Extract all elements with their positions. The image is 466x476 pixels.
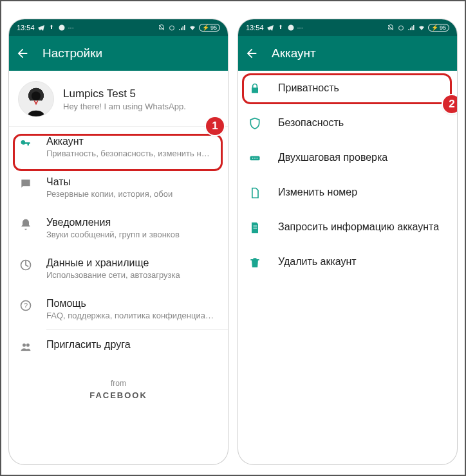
- mute-icon: [387, 24, 395, 32]
- item-label: Помощь: [46, 298, 214, 309]
- lock-icon: [248, 82, 261, 95]
- item-label: Безопасность: [278, 117, 344, 128]
- settings-screen: 13:54 ··· ⚡95 Настройки Lumpics Test 5 H…: [9, 19, 228, 464]
- item-label: Данные и хранилище: [46, 257, 180, 269]
- item-sub: FAQ, поддержка, политика конфиденциальн…: [46, 311, 214, 320]
- svg-text:?: ?: [24, 302, 28, 309]
- svg-point-2: [32, 91, 41, 100]
- upload-icon: [48, 24, 55, 32]
- trash-icon: [248, 256, 261, 269]
- mute-icon: [158, 24, 165, 32]
- page-title: Аккаунт: [272, 46, 316, 60]
- svg-point-9: [288, 25, 294, 31]
- chat-icon: [287, 24, 295, 32]
- footer-from: from: [9, 379, 228, 388]
- battery-indicator: ⚡95: [199, 24, 220, 32]
- settings-item-help[interactable]: ? Помощь FAQ, поддержка, политика конфид…: [9, 289, 228, 329]
- sim-icon: [248, 187, 261, 199]
- account-item-two-step[interactable]: Двухшаговая проверка: [238, 140, 457, 175]
- bell-icon: [19, 218, 32, 231]
- account-screen: 13:54 ··· ⚡95 Аккаунт Приватность Безопа…: [238, 19, 457, 464]
- svg-point-14: [257, 158, 258, 159]
- help-icon: ?: [19, 299, 32, 312]
- item-sub: Звуки сообщений, групп и звонков: [46, 230, 180, 239]
- svg-rect-16: [254, 228, 257, 228]
- pin-icon: [248, 152, 261, 165]
- status-bar: 13:54 ··· ⚡95: [238, 19, 457, 36]
- people-icon: [19, 340, 32, 353]
- status-time: 13:54: [17, 24, 35, 32]
- status-more: ···: [68, 24, 74, 32]
- svg-point-0: [59, 25, 64, 31]
- alarm-icon: [397, 24, 405, 32]
- account-item-privacy[interactable]: Приватность: [238, 71, 457, 105]
- app-bar: Аккаунт: [238, 36, 457, 71]
- status-time: 13:54: [246, 24, 264, 32]
- settings-item-invite[interactable]: Пригласить друга: [9, 330, 228, 362]
- settings-item-account[interactable]: Аккаунт Приватность, безопасность, измен…: [9, 127, 228, 167]
- item-sub: Использование сети, автозагрузка: [46, 270, 180, 280]
- item-label: Приватность: [278, 82, 339, 93]
- key-icon: [19, 137, 32, 150]
- svg-point-12: [252, 158, 254, 159]
- item-sub: Резервные копии, история, обои: [46, 189, 172, 199]
- svg-point-13: [254, 158, 256, 159]
- item-label: Пригласить друга: [46, 339, 131, 351]
- status-more: ···: [297, 24, 303, 32]
- footer: from FACEBOOK: [9, 362, 228, 407]
- item-label: Двухшаговая проверка: [278, 152, 387, 163]
- item-label: Уведомления: [46, 217, 180, 228]
- page-title: Настройки: [42, 46, 102, 60]
- settings-item-chats[interactable]: Чаты Резервные копии, история, обои: [9, 167, 228, 208]
- settings-item-notifications[interactable]: Уведомления Звуки сообщений, групп и зво…: [9, 208, 228, 248]
- account-item-delete[interactable]: Удалить аккаунт: [238, 244, 457, 279]
- profile-row[interactable]: Lumpics Test 5 Hey there! I am using Wha…: [9, 71, 228, 126]
- item-label: Удалить аккаунт: [278, 256, 357, 267]
- telegram-icon: [266, 24, 274, 32]
- status-bar: 13:54 ··· ⚡95: [9, 19, 228, 36]
- document-icon: [248, 221, 261, 234]
- item-label: Запросить информацию аккаунта: [278, 221, 439, 232]
- telegram-icon: [37, 24, 45, 32]
- wifi-icon: [418, 24, 425, 32]
- back-icon[interactable]: [245, 46, 259, 60]
- account-item-security[interactable]: Безопасность: [238, 105, 457, 140]
- svg-point-7: [23, 343, 26, 347]
- account-item-change-number[interactable]: Изменить номер: [238, 175, 457, 210]
- item-label: Аккаунт: [46, 136, 214, 147]
- alarm-icon: [168, 24, 176, 32]
- profile-name: Lumpics Test 5: [63, 87, 186, 100]
- shield-icon: [248, 117, 261, 130]
- data-icon: [19, 259, 32, 271]
- chat-icon: [19, 178, 32, 190]
- battery-indicator: ⚡95: [428, 24, 449, 32]
- svg-point-8: [26, 343, 30, 347]
- footer-brand: FACEBOOK: [9, 390, 228, 400]
- signal-icon: [178, 24, 186, 32]
- svg-point-1: [169, 26, 174, 30]
- profile-status: Hey there! I am using WhatsApp.: [63, 102, 186, 111]
- settings-item-data[interactable]: Данные и хранилище Использование сети, а…: [9, 248, 228, 289]
- item-label: Изменить номер: [278, 187, 357, 197]
- svg-rect-15: [254, 226, 257, 226]
- back-icon[interactable]: [15, 46, 30, 60]
- chat-icon: [58, 24, 66, 32]
- svg-point-10: [398, 26, 403, 30]
- item-sub: Приватность, безопасность, изменить номе…: [46, 149, 214, 158]
- app-bar: Настройки: [9, 36, 228, 71]
- upload-icon: [277, 24, 284, 32]
- item-label: Чаты: [46, 176, 172, 188]
- signal-icon: [407, 24, 415, 32]
- avatar: [18, 81, 54, 117]
- wifi-icon: [189, 24, 196, 32]
- account-item-request-info[interactable]: Запросить информацию аккаунта: [238, 210, 457, 244]
